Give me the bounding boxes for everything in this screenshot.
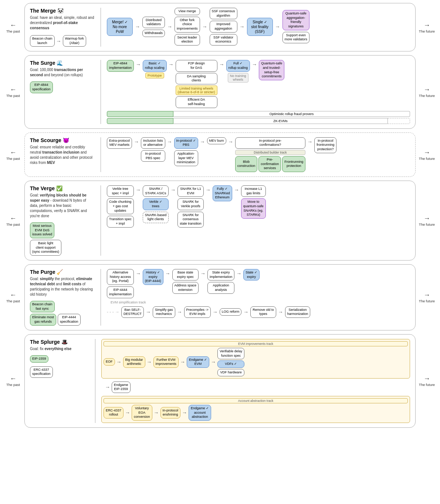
splurge-section-left: The Splurge 🎩 Goal: fix everything else … bbox=[30, 339, 89, 423]
purge-left-label: ← The past bbox=[3, 291, 23, 303]
voluntary-eoa-node: VoluntaryEOAconversion bbox=[132, 405, 152, 421]
splurge-section: The Splurge 🎩 Goal: fix everything else … bbox=[24, 334, 416, 428]
evm-dos-node: Most seriousEVM DoSissues solved bbox=[30, 222, 54, 238]
purge-section-wrapper: ← The past The Purge 🧹 Goal: simplify th… bbox=[3, 264, 437, 330]
efficient-da-node: Efficient DAself-healing bbox=[176, 96, 217, 108]
withdrawals-node: Withdrawals bbox=[142, 30, 165, 37]
purge-section: The Purge 🧹 Goal: simplify the protocol,… bbox=[24, 264, 416, 330]
serialization-node: Serializationharmonization bbox=[285, 306, 311, 318]
vdf-spec-node: Verifiable delayfunction spec bbox=[217, 348, 244, 359]
surge-left-arrow: ← bbox=[10, 86, 17, 94]
splurge-divider bbox=[95, 339, 95, 423]
zk-bar-left bbox=[107, 118, 173, 124]
quantum-safe-agg-node: Quantum-safeaggregation-friendlysignatur… bbox=[282, 10, 310, 30]
verkle-tree-spec-node: Verkle treespec + impl bbox=[107, 185, 134, 197]
account-abstraction-label: Account abstraction track bbox=[104, 398, 408, 403]
vdf-hardware-node: VDF hardware bbox=[217, 369, 244, 376]
purge-goal: Goal: simplify the protocol, eliminate t… bbox=[30, 276, 95, 297]
verge-section-left: The Verge ✅ Goal: verifying blocks shoul… bbox=[30, 185, 95, 256]
splurge-title: The Splurge 🎩 bbox=[30, 339, 89, 345]
blob-construction-node: Blobconstruction bbox=[235, 156, 258, 172]
beacon-fast-sync-node: Beacon chainfast sync bbox=[30, 301, 55, 312]
zk-bar-text: ZK-EVMs bbox=[173, 118, 388, 124]
merge-section-wrapper: ← The past The Merge 🐼 Goal: have an ide… bbox=[3, 3, 437, 51]
in-protocol-enshrining-node: In-protocolenshrining bbox=[160, 407, 181, 419]
p2p-das-node: P2P designfor DAS bbox=[176, 60, 217, 71]
transition-spec-node: Transition spec+ impl bbox=[107, 216, 134, 227]
support-validators-node: Support evenmore validators bbox=[282, 32, 310, 43]
scourge-section-wrapper: ← The past The Scourge 😈 Goal: ensure re… bbox=[3, 132, 437, 177]
eip4444-spec-node: EIP-4444specification bbox=[58, 314, 81, 325]
surge-section-left: The Surge 🌊 Goal: 100,000 transactions p… bbox=[30, 60, 95, 124]
surge-section-wrapper: ← The past The Surge 🌊 Goal: 100,000 tra… bbox=[3, 55, 437, 128]
secret-leader-node: Secret leaderelection bbox=[175, 34, 200, 46]
purge-content: Alternativehistory access(eg. Portal) EI… bbox=[107, 269, 410, 326]
merge-section: The Merge 🐼 Goal: have an ideal, simple,… bbox=[24, 3, 416, 51]
view-merge-node: View merge bbox=[175, 8, 200, 15]
surge-goal: Goal: 100,000 transactions per second an… bbox=[30, 67, 95, 78]
in-protocol-frontrunning-node: In-protocolfrontrunningprotection? bbox=[314, 137, 336, 153]
arrow1: → bbox=[56, 38, 61, 44]
merge-right-arrow: → bbox=[424, 21, 430, 29]
vdfs-node: VDFs ✓ bbox=[217, 360, 244, 368]
remove-old-tx-node: Remove old txtypes bbox=[250, 306, 276, 318]
alt-history-access-node: Alternativehistory access(eg. Portal) bbox=[107, 269, 134, 285]
merge-left-arrow: ← bbox=[10, 21, 17, 29]
app-layer-mev-node: Application-layer MEVminimization bbox=[174, 150, 198, 166]
surge-divider bbox=[101, 60, 101, 124]
snark-verkle-node: SNARK forVerkle proofs bbox=[177, 198, 204, 210]
no-training-label: No trainingwheels bbox=[228, 73, 248, 83]
merge-right-label: → The future bbox=[417, 21, 437, 33]
purge-title: The Purge 🧹 bbox=[30, 269, 95, 275]
improved-aggregation-node: Improvedaggregation bbox=[210, 21, 237, 32]
scourge-divider bbox=[101, 137, 101, 172]
scourge-right-label: → The future bbox=[417, 149, 437, 161]
eliminate-gas-refunds-node: Eliminate mostgas refunds bbox=[30, 314, 56, 325]
verge-content: Verkle treespec + impl Code chunking+ ga… bbox=[107, 185, 410, 256]
code-chunking-node: Code chunking+ gas costupdates bbox=[107, 198, 134, 214]
ssf-consensus-node: SSF consensusalgorithm bbox=[210, 8, 237, 19]
scourge-goal: Goal: ensure reliable and credibly neutr… bbox=[30, 145, 95, 165]
eip1559-node: EIP-1559 bbox=[30, 355, 48, 363]
scourge-left-label: ← The past bbox=[3, 149, 23, 161]
verge-title: The Verge ✅ bbox=[30, 185, 95, 191]
increase-l1-gas-node: Increase L1gas limits bbox=[241, 185, 266, 197]
snark-stark-asics-node: SNARK /STARK ASICs bbox=[143, 185, 169, 197]
merge-content: Merge! ✓No morePoW → Distributedvalidato… bbox=[107, 8, 410, 47]
verge-section: The Verge ✅ Goal: verifying blocks shoul… bbox=[24, 181, 416, 261]
warmup-fork-node: Warmup fork(Altair) bbox=[63, 35, 86, 47]
evm-improvements-label: EVM improvements track bbox=[104, 341, 408, 346]
distributed-builder-track-label: Distributed builder track bbox=[235, 150, 306, 155]
verge-right-label: → The future bbox=[417, 215, 437, 226]
endgame-evm-node: Endgame ✓EVM bbox=[187, 356, 209, 368]
simplify-gas-node: Simplify gasmechanics bbox=[153, 306, 175, 318]
purge-right-label: → The future bbox=[417, 291, 437, 303]
zk-bar-dashed bbox=[388, 118, 410, 124]
splurge-content: EVM improvements track EOF → Big modular… bbox=[101, 339, 410, 423]
merge-section-left: The Merge 🐼 Goal: have an ideal, simple,… bbox=[30, 8, 95, 47]
snark-consensus-node: SNARK forconsensusstate transition bbox=[177, 212, 204, 228]
full-rollup-node: Full ✓rollup scaling bbox=[226, 60, 250, 71]
merge-divider bbox=[101, 8, 101, 47]
distributed-validators-node: Distributedvalidators bbox=[142, 17, 165, 28]
scourge-section-left: The Scourge 😈 Goal: ensure reliable and … bbox=[30, 137, 95, 172]
eof-node: EOF bbox=[104, 358, 115, 366]
surge-bars: Optimistic rollup fraud provers ZK-EVMs bbox=[107, 111, 410, 124]
merge-title: The Merge 🐼 bbox=[30, 8, 95, 14]
quantum-safe-commit-node: Quantum-safeand trusted-setup-freecommit… bbox=[259, 60, 284, 80]
verge-divider bbox=[101, 185, 101, 256]
limited-training-label: Limited training wheels(diverse 6-of-8 o… bbox=[176, 85, 217, 95]
purge-divider bbox=[101, 269, 101, 326]
verkle-trees-node: Verkle ✓trees bbox=[143, 198, 169, 210]
merge-node: Merge! ✓No morePoW bbox=[107, 18, 133, 36]
state-expiry-impl-node: State expiryimplementation bbox=[207, 269, 234, 280]
log-reform-node: LOG reform bbox=[220, 308, 242, 316]
frontrunning-protection-node: Frontrunningprotection bbox=[282, 156, 305, 172]
optimistic-bar-left bbox=[107, 111, 173, 117]
splurge-goal: Goal: fix everything else bbox=[30, 346, 89, 352]
splurge-section-wrapper: ← The past The Splurge 🎩 Goal: fix every… bbox=[3, 334, 437, 428]
endgame-eip1559-node: EndgameEIP-1559 bbox=[112, 382, 131, 393]
eip4844-impl-node: EIP-4844implementation bbox=[107, 60, 134, 71]
scourge-title: The Scourge 😈 bbox=[30, 137, 95, 143]
single-slot-node: Single ✓slot finality(SSF) bbox=[247, 18, 273, 36]
